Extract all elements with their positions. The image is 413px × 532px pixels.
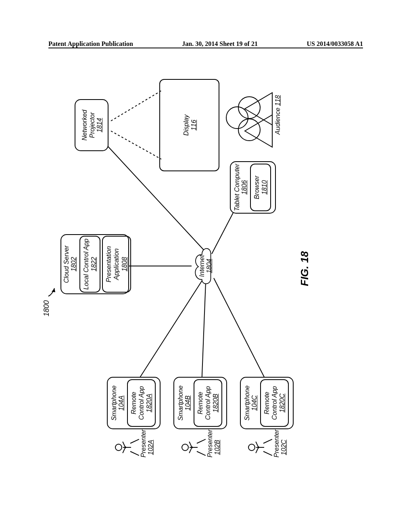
svg-line-6 [111, 131, 161, 159]
remote-app-b-box: Remote Control App 1820B [194, 379, 223, 427]
svg-line-7 [111, 91, 161, 121]
remote-app-a-box: Remote Control App 1820A [127, 379, 156, 427]
remote-app-c-box: Remote Control App 1820C [260, 379, 289, 427]
presenter-a-icon: Presenter 102A [115, 437, 154, 457]
local-control-app-box: Local Control App 1822 [79, 236, 100, 293]
projector-box: Networked Projector 1814 [75, 99, 108, 151]
cloud-server-box: Cloud Server 1802 Local Control App 1822… [60, 234, 129, 294]
smartphone-c-box: Smartphone 104C Remote Control App 1820C [240, 377, 294, 429]
tablet-box: Tablet Computer 1806 Browser 1810 [230, 161, 276, 214]
browser-box: Browser 1810 [250, 164, 271, 211]
svg-marker-8 [52, 288, 55, 292]
page-header: Patent Application Publication Jan. 30, … [0, 38, 413, 48]
header-left: Patent Application Publication [48, 40, 133, 48]
svg-line-1 [135, 278, 204, 385]
svg-line-2 [202, 282, 206, 385]
internet-cloud: Internet 1804 [190, 242, 218, 290]
presenter-b-icon: Presenter 102B [181, 437, 221, 457]
cloud-server-label: Cloud Server 1802 [61, 235, 78, 293]
header-right: US 2014/0033058 A1 [307, 40, 363, 48]
presentation-app-box: Presentation Application 1808 [102, 236, 131, 293]
header-center: Jan. 30, 2014 Sheet 19 of 21 [182, 40, 258, 48]
svg-line-3 [214, 278, 268, 385]
smartphone-a-box: Smartphone 104A Remote Control App 1820A [107, 377, 161, 429]
ref-number: 1800 [42, 300, 51, 316]
presenter-c-icon: Presenter 102C [248, 437, 287, 457]
smartphone-b-box: Smartphone 104B Remote Control App 1820B [173, 377, 227, 429]
figure-diagram: 1800 Cloud Server 1802 Local Control App… [16, 105, 395, 427]
audience-group: Audience 118 [226, 77, 278, 157]
display-box: Display 116 [159, 79, 219, 171]
figure-caption: FIG. 18 [298, 251, 311, 286]
